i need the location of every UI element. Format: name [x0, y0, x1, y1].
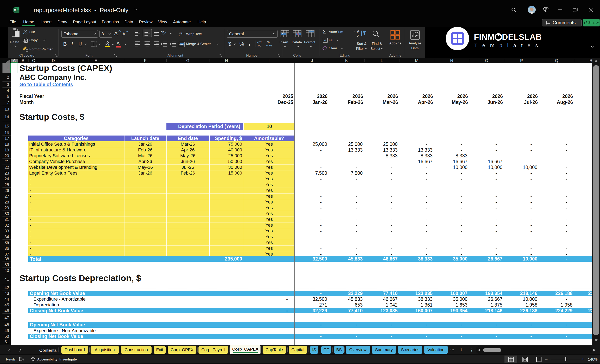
- svg-text:ab: ab: [161, 30, 164, 34]
- svg-text:.00: .00: [266, 41, 270, 44]
- svg-text:Z: Z: [357, 34, 359, 38]
- svg-text:.00: .00: [257, 44, 261, 47]
- svg-text:x: x: [14, 8, 16, 12]
- svg-text:0: 0: [261, 41, 262, 44]
- svg-text:c: c: [179, 34, 180, 37]
- svg-text:0: 0: [271, 44, 272, 47]
- svg-text:A: A: [357, 29, 359, 34]
